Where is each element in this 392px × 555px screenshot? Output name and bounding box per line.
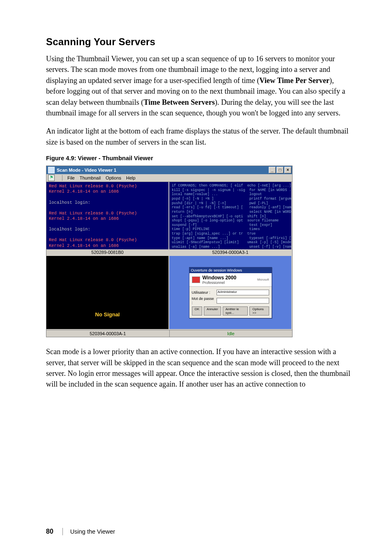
thumbnail-frame-4[interactable]: Ouverture de session Windows Windows 200… <box>169 256 292 330</box>
pin-icon[interactable]: ⚑ <box>48 175 55 181</box>
menu-file[interactable]: File <box>67 175 75 180</box>
window-close-button[interactable]: × <box>284 167 291 173</box>
windows-flag-icon <box>192 276 200 283</box>
page-footer: 80 Using the Viewer <box>46 528 115 535</box>
window-title: Scan Mode - Video Viewer 1 <box>57 168 116 173</box>
menu-separator <box>62 175 62 181</box>
login-ok-button[interactable]: OK <box>192 306 203 315</box>
login-banner: Windows 2000Professionnel Microsoft <box>189 273 272 287</box>
screenshot-window: Scan Mode - Video Viewer 1 _ □ × ⚑ File … <box>46 166 293 337</box>
windows-login-dialog: Ouverture de session Windows Windows 200… <box>189 267 272 318</box>
menu-help[interactable]: Help <box>126 175 136 180</box>
window-minimize-button[interactable]: _ <box>269 167 276 173</box>
option-time-between: Time Between Servers <box>143 98 214 106</box>
no-signal-label: No Signal <box>95 311 120 318</box>
option-view-time: View Time Per Server <box>259 76 330 85</box>
thumbnail-frame-2[interactable]: if COMMANDS; then COMMANDS; [ elif echo … <box>169 182 292 256</box>
thumbnail-frame-1[interactable]: Red Hat Linux release 8.0 (Psyche) Kerne… <box>46 182 169 256</box>
login-user-input[interactable]: Administrator <box>217 290 269 295</box>
window-titlebar: Scan Mode - Video Viewer 1 _ □ × <box>46 166 292 174</box>
login-cancel-button[interactable]: Annuler <box>204 306 221 315</box>
footer-section: Using the Viewer <box>70 528 115 535</box>
thumbnail-frame-3[interactable]: No Signal <box>46 256 169 330</box>
windows-brand: Windows 2000Professionnel <box>203 275 237 285</box>
paragraph-3: Scan mode is a lower priority than an ac… <box>46 346 353 390</box>
frame-label-2: 520394-0000A3-1 <box>169 249 291 255</box>
login-shutdown-button[interactable]: Arrêter le syst... <box>223 306 248 315</box>
terminal-output-2: if COMMANDS; then COMMANDS; [ elif echo … <box>169 182 291 256</box>
menu-bar: ⚑ File Thumbnail Options Help <box>46 174 292 182</box>
status-row: 520394-00003A-1 Idle <box>46 330 292 337</box>
section-heading: Scanning Your Servers <box>46 36 353 48</box>
menu-options[interactable]: Options <box>106 175 121 180</box>
paragraph-2: An indicator light at the bottom of each… <box>46 126 353 147</box>
window-app-icon <box>48 167 55 173</box>
terminal-output-1: Red Hat Linux release 8.0 (Psyche) Kerne… <box>46 182 168 250</box>
microsoft-label: Microsoft <box>257 278 269 281</box>
thumbnail-grid: Red Hat Linux release 8.0 (Psyche) Kerne… <box>46 182 292 330</box>
frame-label-1: 520289-0081B0 <box>46 249 168 255</box>
login-password-input[interactable] <box>217 298 269 304</box>
menu-thumbnail[interactable]: Thumbnail <box>80 175 101 180</box>
status-left: 520394-00003A-1 <box>46 330 169 337</box>
status-right: Idle <box>170 330 293 337</box>
login-options-button[interactable]: Options >> <box>249 306 269 315</box>
figure-caption: Figure 4.9: Viewer - Thumbnail Viewer <box>46 155 353 161</box>
paragraph-1: Using the Thumbnail Viewer, you can set … <box>46 53 353 118</box>
footer-divider <box>62 528 63 535</box>
page-number: 80 <box>46 528 53 535</box>
login-dialog-title: Ouverture de session Windows <box>189 267 272 273</box>
login-user-label: Utilisateur : <box>192 290 215 295</box>
window-maximize-button[interactable]: □ <box>277 167 284 173</box>
login-password-label: Mot de passe : <box>192 297 215 305</box>
